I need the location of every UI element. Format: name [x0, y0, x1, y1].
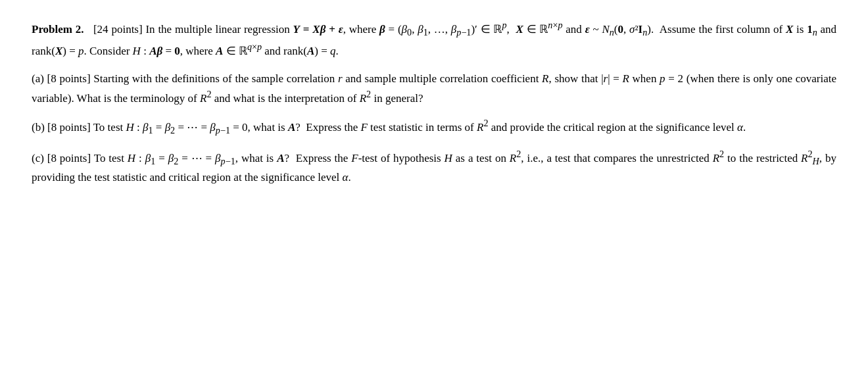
problem-label: Problem 2. [32, 23, 84, 36]
part-c-label: (c) [8 points] [32, 152, 91, 164]
part-b-label: (b) [8 points] [32, 121, 91, 134]
part-b-paragraph: (b) [8 points] To test H : β1 = β2 = ⋯ =… [32, 116, 836, 138]
R-var: R [542, 72, 548, 85]
main-equation: Y = Xβ + ε [293, 23, 343, 36]
part-c-paragraph: (c) [8 points] To test H : β1 = β2 = ⋯ =… [32, 147, 836, 186]
beta-var: β [379, 23, 385, 36]
problem-header-paragraph: Problem 2. [24 points] In the multiple l… [32, 18, 836, 60]
part-a-paragraph: (a) [8 points] Starting with the definit… [32, 70, 836, 107]
problem-container: Problem 2. [24 points] In the multiple l… [32, 18, 836, 187]
r-var: r [338, 72, 343, 85]
part-a-label: (a) [8 points] [32, 72, 91, 85]
